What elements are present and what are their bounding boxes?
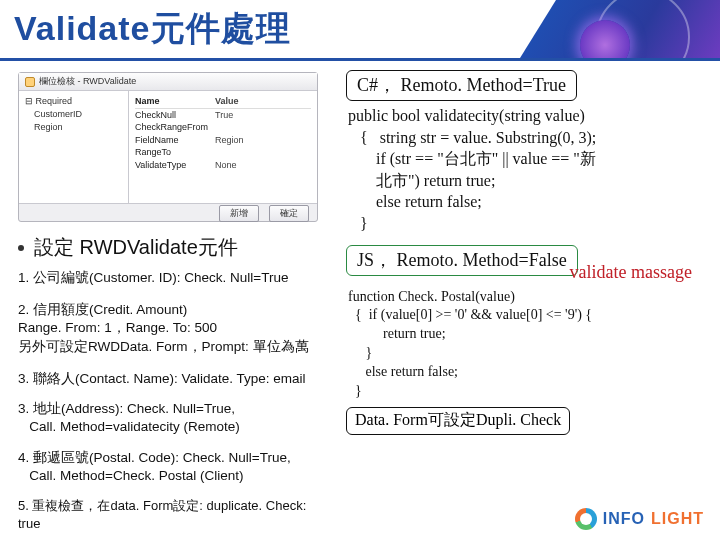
code-js: function Check. Postal(value) { if (valu… <box>346 288 706 401</box>
content-area: 欄位檢核 - RWDValidate ⊟ Required CustomerID… <box>0 66 720 540</box>
item-line: 另外可設定RWDData. Form，Prompt: 單位為萬 <box>18 338 330 356</box>
tree-item: ⊟ Required <box>25 95 122 108</box>
col-header: Value <box>215 95 239 108</box>
tag-csharp: C#， Remoto. Method=True <box>346 70 577 101</box>
dialog-add-button[interactable]: 新增 <box>219 205 259 222</box>
brand-logo: INFOLIGHT <box>575 508 704 530</box>
dialog-ok-button[interactable]: 確定 <box>269 205 309 222</box>
item-1: 1. 公司編號(Customer. ID): Check. Null=True <box>18 269 330 287</box>
dialog-tree: ⊟ Required CustomerID Region <box>19 91 129 203</box>
slide-title: Validate元件處理 <box>14 6 291 52</box>
title-underline <box>0 58 720 61</box>
left-column: 欄位檢核 - RWDValidate ⊟ Required CustomerID… <box>0 66 340 540</box>
item-3: 3. 聯絡人(Contact. Name): Validate. Type: e… <box>18 370 330 388</box>
prop-name: CheckNull <box>135 109 205 122</box>
tag-js: JS， Remoto. Method=False <box>346 245 578 276</box>
item-5: 5. 重複檢查，在data. Form設定: duplicate. Check:… <box>18 497 330 532</box>
prop-name: ValidateType <box>135 159 205 172</box>
item-line: 3. 地址(Address): Check. Null=True, <box>18 400 330 418</box>
logo-text-2: LIGHT <box>651 510 704 528</box>
prop-value: True <box>215 109 233 122</box>
code-csharp: public bool validatecity(string value) {… <box>346 105 706 235</box>
bullet-text: 設定 RWDValidate元件 <box>34 234 238 261</box>
tag-dataform: Data. Form可設定Dupli. Check <box>346 407 570 435</box>
item-line: Call. Method=Check. Postal (Client) <box>18 467 330 485</box>
prop-value: None <box>215 159 237 172</box>
dialog-property-list: Name Value CheckNullTrue CheckRangeFrom … <box>129 91 317 203</box>
logo-text-1: INFO <box>603 510 645 528</box>
title-bar: Validate元件處理 <box>0 0 720 58</box>
bullet-dot-icon <box>18 245 24 251</box>
prop-name: FieldName <box>135 134 205 147</box>
item-line: 2. 信用額度(Credit. Amount) <box>18 301 330 319</box>
dialog-title: 欄位檢核 - RWDValidate <box>39 75 136 88</box>
dialog-titlebar: 欄位檢核 - RWDValidate <box>19 73 317 91</box>
item-4: 4. 郵遞區號(Postal. Code): Check. Null=True,… <box>18 449 330 485</box>
item-line: Call. Method=validatecity (Remote) <box>18 418 330 436</box>
annotation-validate-massage: validate massage <box>570 262 692 283</box>
item-2: 2. 信用額度(Credit. Amount) Range. From: 1，R… <box>18 301 330 356</box>
bullet-heading: 設定 RWDValidate元件 <box>18 234 330 261</box>
prop-value: Region <box>215 134 244 147</box>
item-line: 4. 郵遞區號(Postal. Code): Check. Null=True, <box>18 449 330 467</box>
title-decor <box>520 0 720 58</box>
right-column: C#， Remoto. Method=True public bool vali… <box>340 66 720 540</box>
prop-name: CheckRangeFrom <box>135 121 205 134</box>
prop-name: RangeTo <box>135 146 205 159</box>
tree-item: Region <box>25 121 122 134</box>
item-line: Range. From: 1，Range. To: 500 <box>18 319 330 337</box>
item-3b: 3. 地址(Address): Check. Null=True, Call. … <box>18 400 330 436</box>
logo-mark-icon <box>575 508 597 530</box>
screenshot-dialog: 欄位檢核 - RWDValidate ⊟ Required CustomerID… <box>18 72 318 222</box>
col-header: Name <box>135 95 205 108</box>
tree-item: CustomerID <box>25 108 122 121</box>
dialog-icon <box>25 77 35 87</box>
